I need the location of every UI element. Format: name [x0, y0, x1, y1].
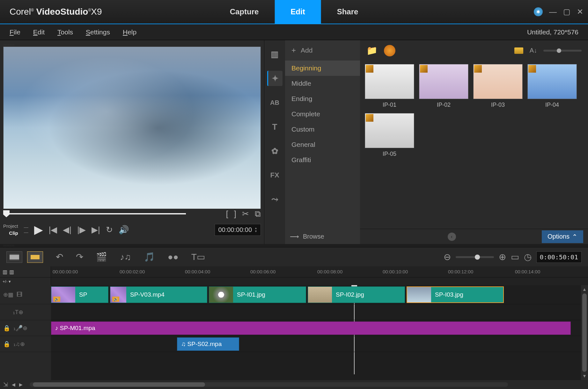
drag-handle[interactable]: ::::::::::: — [3, 43, 261, 47]
play-button[interactable]: ▶ — [34, 223, 43, 236]
next-clip-icon[interactable]: ▶| — [92, 225, 100, 235]
thumb-ip03[interactable]: IP-03 — [473, 64, 523, 108]
media-tab-icon[interactable]: ▥ — [267, 47, 283, 62]
clip-sp[interactable]: SP🔊 — [51, 286, 108, 303]
prev-clip-icon[interactable]: |◀ — [49, 225, 57, 235]
mark-in-icon[interactable]: [ — [226, 209, 228, 219]
cat-graffiti[interactable]: Graffiti — [285, 152, 360, 168]
transitions-tab-icon[interactable]: AB — [267, 95, 283, 110]
mode-labels[interactable]: Project Clip — [3, 223, 18, 237]
split-icon[interactable]: ⧉ — [255, 209, 261, 219]
cat-middle[interactable]: Middle — [285, 76, 360, 91]
cat-ending[interactable]: Ending — [285, 91, 360, 106]
timeline-view-button[interactable] — [27, 251, 43, 263]
music-track-row[interactable]: ♫ SP-S02.mpa — [51, 336, 581, 352]
sort-icon[interactable]: A↓ — [530, 47, 537, 54]
video-track-header[interactable]: ⊕▦ 🎞 — [0, 285, 51, 304]
redo-icon[interactable]: ↷ — [76, 252, 83, 262]
minimize-button[interactable]: — — [549, 7, 557, 16]
scroll-left-icon[interactable]: ‹ — [448, 233, 456, 241]
next-frame-icon[interactable]: |▶ — [77, 225, 86, 235]
timeline-zoom-slider[interactable] — [456, 256, 494, 258]
zoom-out-icon[interactable]: ⊖ — [444, 252, 451, 262]
instant-project-tab-icon[interactable]: ✦ — [267, 71, 283, 86]
title-tab-icon[interactable]: T — [267, 119, 283, 134]
cut-icon[interactable]: ✂ — [242, 209, 249, 219]
help-icon[interactable]: ✱ — [534, 7, 543, 16]
audio-mixer-icon[interactable]: ♪♫ — [120, 252, 131, 262]
timeline-drag-handle[interactable]: ::::::::::: — [0, 244, 588, 247]
path-tab-icon[interactable]: ⤳ — [267, 192, 283, 207]
track-motion-icon[interactable]: ●● — [168, 252, 179, 262]
prev-frame-icon[interactable]: ◀| — [63, 225, 71, 235]
clip-spm01[interactable]: ♪ SP-M01.mpa — [51, 321, 571, 335]
add-category-button[interactable]: +Add — [285, 40, 360, 61]
cat-general[interactable]: General — [285, 137, 360, 152]
fx-tab-icon[interactable]: FX — [267, 168, 283, 183]
track-headers: ⊕▦ 🎞 ₁T⊕ 🔒 ₁🎤⊕ 🔒 ₁♫⊕ — [0, 285, 51, 380]
clip-spi01[interactable]: SP-I01.jpg — [209, 286, 306, 303]
thumb-zoom-slider[interactable] — [543, 50, 582, 52]
view-mode-icon[interactable] — [514, 47, 523, 54]
maximize-button[interactable]: ▢ — [563, 7, 570, 16]
record-icon[interactable]: 🎬 — [96, 252, 107, 262]
zoom-in-icon[interactable]: ⊕ — [499, 252, 506, 262]
storyboard-view-button[interactable] — [6, 251, 22, 263]
thumb-ip05[interactable]: IP-05 — [365, 113, 414, 157]
circle-icon[interactable] — [384, 45, 395, 56]
thumb-ip02[interactable]: IP-02 — [419, 64, 468, 108]
repeat-icon[interactable]: ↻ — [106, 225, 113, 235]
browse-button[interactable]: ⟶Browse — [290, 233, 324, 240]
menu-help[interactable]: Help — [123, 28, 136, 36]
horizontal-scrollbar[interactable] — [30, 382, 508, 387]
hscroll-left-icon[interactable]: ◀ — [12, 382, 15, 387]
title-track-row[interactable] — [51, 304, 581, 320]
scrubber[interactable]: [ ] ✂ ⧉ — [3, 209, 261, 219]
cat-complete[interactable]: Complete — [285, 106, 360, 122]
preview-panel: ::::::::::: [ ] ✂ ⧉ Project Clip —— ▶ |◀… — [0, 40, 264, 244]
clip-sps02[interactable]: ♫ SP-S02.mpa — [177, 337, 239, 351]
menu-file[interactable]: File — [10, 28, 20, 36]
hscroll-right-icon[interactable]: ▶ — [19, 382, 23, 387]
fit-icon[interactable]: ▭ — [511, 252, 519, 262]
volume-icon[interactable]: 🔊 — [119, 225, 129, 235]
vertical-scrollbar[interactable]: ▲ ▼ — [581, 285, 588, 380]
thumb-ip01[interactable]: IP-01 — [365, 64, 414, 108]
thumb-ip04[interactable]: IP-04 — [527, 64, 577, 108]
tab-share[interactable]: Share — [321, 0, 374, 24]
scrub-track[interactable] — [9, 213, 186, 214]
track-content[interactable]: SP🔊 SP-V03.mp4🔊 SP-I01.jpg SP-I02.jpg SP… — [51, 285, 581, 380]
cat-beginning[interactable]: Beginning — [285, 61, 360, 76]
graphic-tab-icon[interactable]: ✿ — [267, 143, 283, 159]
timeline-timecode[interactable]: 0:00:50:01 — [536, 251, 582, 263]
scrub-handle[interactable] — [3, 210, 10, 217]
voice-track-header[interactable]: 🔒 ₁🎤⊕ — [0, 320, 51, 336]
options-button[interactable]: Options⌃ — [542, 230, 583, 243]
mark-out-icon[interactable]: ] — [234, 209, 236, 219]
video-track-row[interactable]: SP🔊 SP-V03.mp4🔊 SP-I01.jpg SP-I02.jpg SP… — [51, 285, 581, 304]
tab-capture[interactable]: Capture — [214, 0, 275, 24]
preview-timecode[interactable]: 00:00:00:00 ▲▼ — [215, 224, 261, 236]
clip-spi02[interactable]: SP-I02.jpg — [308, 286, 405, 303]
subtitle-icon[interactable]: T▭ — [191, 252, 205, 262]
project-info: Untitled, 720*576 — [527, 28, 578, 36]
clip-spv03[interactable]: SP-V03.mp4🔊 — [110, 286, 207, 303]
add-track-button[interactable]: +/- ▾ — [0, 277, 51, 285]
preview-video[interactable] — [3, 47, 261, 209]
collapse-icon[interactable]: ⇲ — [3, 381, 8, 388]
close-button[interactable]: ✕ — [577, 7, 583, 16]
title-track-header[interactable]: ₁T⊕ — [0, 304, 51, 320]
clock-icon[interactable]: ◷ — [524, 252, 532, 262]
undo-icon[interactable]: ↶ — [56, 252, 63, 262]
folder-icon[interactable]: 📁 — [366, 45, 378, 56]
menu-settings[interactable]: Settings — [86, 28, 110, 36]
timeline-ruler[interactable]: 00:00:00:00 00:00:02:00 00:00:04:00 00:0… — [51, 266, 588, 277]
menu-edit[interactable]: Edit — [33, 28, 45, 36]
menu-tools[interactable]: Tools — [57, 28, 73, 36]
music-track-header[interactable]: 🔒 ₁♫⊕ — [0, 336, 51, 352]
auto-music-icon[interactable]: 🎵 — [144, 252, 155, 262]
cat-custom[interactable]: Custom — [285, 122, 360, 137]
clip-spi03[interactable]: SP-I03.jpg — [407, 286, 504, 303]
tab-edit[interactable]: Edit — [275, 0, 321, 24]
voice-track-row[interactable]: ♪ SP-M01.mpa — [51, 320, 581, 336]
